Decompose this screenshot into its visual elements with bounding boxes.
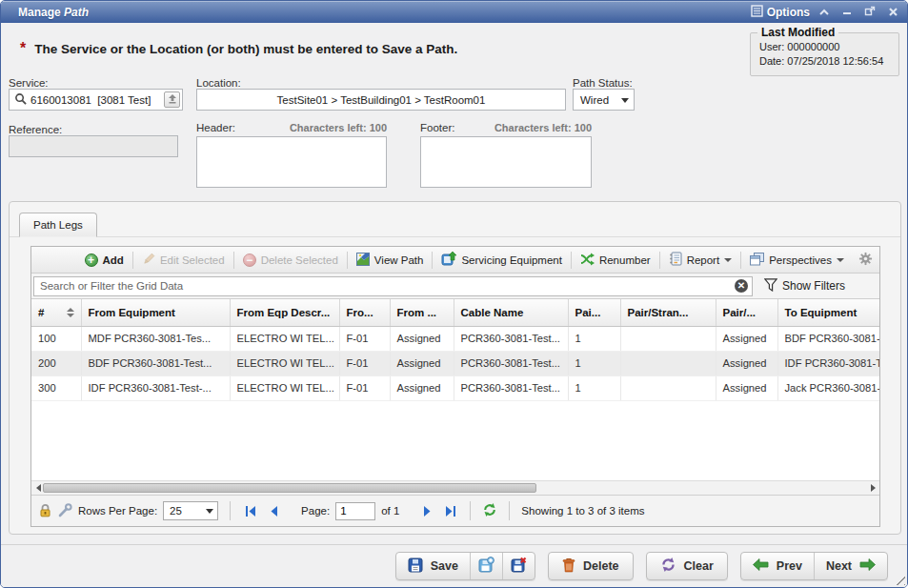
cell: 1 [568, 351, 620, 375]
tab-path-legs[interactable]: Path Legs [19, 213, 97, 237]
footer-textarea[interactable] [420, 136, 592, 188]
cell: 1 [568, 326, 620, 351]
cell: BDF PCR360-3081-Test... [81, 351, 230, 375]
column-header-7[interactable]: Pair/Stran... [620, 299, 716, 326]
cell: Assigned [390, 326, 454, 351]
cell: PCR360-3081-Test... [454, 326, 568, 351]
grid-search-row: ✕ Show Filters [31, 274, 879, 299]
report-button[interactable]: Report [662, 250, 739, 271]
column-header-4[interactable]: From ... [390, 299, 454, 326]
column-header-5[interactable]: Cable Name [454, 299, 568, 326]
chevron-up-icon [818, 4, 830, 21]
delete-button[interactable]: Delete [548, 552, 634, 580]
report-book-icon [669, 252, 682, 268]
chevron-down-icon [724, 258, 732, 266]
required-asterisk: * [20, 42, 26, 55]
cell [620, 375, 716, 400]
scrollbar-thumb[interactable] [43, 483, 536, 493]
horizontal-scrollbar[interactable] [31, 480, 879, 495]
footer-label-row: Footer: Characters left: 100 [420, 122, 592, 133]
footer-button-bar: Save Delete Clear Prev Next [1, 544, 907, 587]
column-header-8[interactable]: Pair/... [716, 299, 777, 326]
clear-search-icon[interactable]: ✕ [735, 279, 748, 293]
column-header-0[interactable]: # [31, 299, 81, 326]
close-button[interactable] [884, 5, 901, 20]
column-header-6[interactable]: Pai... [568, 299, 620, 326]
popout-icon [864, 4, 876, 21]
triangle-right-icon [871, 484, 876, 492]
triangle-left-icon [36, 484, 41, 492]
path-status-select[interactable]: Wired [573, 89, 635, 111]
renumber-button[interactable]: Renumber [574, 250, 657, 271]
path-legs-table: #From EquipmentFrom Eqp Descr...Fro...Fr… [31, 299, 879, 401]
cell [620, 351, 716, 375]
cell: F-01 [339, 351, 390, 375]
pencil-icon [142, 253, 155, 268]
header-chars-left: Characters left: 100 [290, 122, 387, 133]
reference-label: Reference: [9, 124, 62, 135]
servicing-equipment-button[interactable]: Servicing Equipment [434, 250, 568, 271]
column-header-1[interactable]: From Equipment [81, 299, 230, 326]
cell: IDF PCR360-3081-Te [777, 351, 879, 375]
column-header-2[interactable]: From Eqp Descr... [230, 299, 339, 326]
delete-selected-button: − Delete Selected [236, 250, 345, 271]
rows-per-page-select[interactable]: 25 [163, 501, 218, 520]
table-row[interactable]: 100MDF PCR360-3081-Tes...ELECTRO WI TEL.… [31, 326, 879, 351]
show-filters-button[interactable]: Show Filters [764, 278, 845, 294]
column-header-3[interactable]: Fro... [339, 299, 390, 326]
add-button[interactable]: + Add [78, 250, 131, 271]
collapse-button[interactable] [816, 5, 833, 20]
grid-table-area: #From EquipmentFrom Eqp Descr...Fro...Fr… [31, 299, 879, 480]
toolbar-separator [233, 252, 234, 269]
wrench-icon[interactable] [58, 503, 72, 519]
rows-per-page-value: 25 [170, 505, 182, 517]
minimize-button[interactable] [838, 5, 856, 20]
save-and-new-button[interactable] [470, 553, 502, 579]
toolbar-separator [571, 252, 572, 269]
location-field[interactable]: TestSite01 > TestBuilding01 > TestRoom01 [196, 89, 566, 111]
rows-per-page-label: Rows Per Page: [78, 505, 157, 517]
save-and-close-button[interactable] [502, 553, 535, 579]
page-of-label: of 1 [381, 505, 399, 517]
prev-button[interactable]: Prev [741, 553, 814, 579]
cell: BDF PCR360-3081-T [777, 326, 879, 351]
popout-button[interactable] [861, 5, 878, 20]
cell: IDF PCR360-3081-Test-... [81, 375, 230, 400]
grid-settings-button[interactable] [858, 252, 873, 268]
scroll-right-arrow[interactable] [866, 481, 879, 495]
prev-page-button[interactable] [265, 502, 282, 519]
reference-field[interactable] [9, 135, 178, 157]
next-page-button[interactable] [418, 502, 435, 519]
funnel-icon [764, 278, 777, 294]
perspectives-button[interactable]: Perspectives [743, 250, 851, 271]
last-page-button[interactable] [441, 502, 458, 519]
table-row[interactable]: 300IDF PCR360-3081-Test-...ELECTRO WI TE… [31, 375, 879, 400]
path-legs-panel: Path Legs + Add Edit Selected − Delete S… [9, 201, 901, 535]
lock-icon[interactable] [38, 503, 52, 519]
search-input[interactable] [38, 279, 735, 293]
save-disk-icon [408, 558, 423, 576]
grid-search-box[interactable]: ✕ [33, 276, 753, 296]
last-modified-box: Last Modified User: 000000000 Date: 07/2… [750, 26, 899, 76]
titlebar: Manage Path Options [1, 1, 907, 23]
table-row[interactable]: 200BDF PCR360-3081-Test...ELECTRO WI TEL… [31, 351, 879, 375]
edit-selected-button: Edit Selected [135, 250, 232, 271]
cell: Assigned [716, 326, 777, 351]
page-input[interactable] [335, 502, 375, 520]
sort-arrows-icon[interactable] [67, 308, 74, 317]
save-button[interactable]: Save [396, 553, 470, 579]
refresh-icon[interactable] [482, 502, 497, 519]
service-detail-button[interactable] [164, 91, 180, 108]
window-title-entity: Path [64, 6, 89, 19]
view-path-button[interactable]: View Path [350, 250, 431, 271]
cell: MDF PCR360-3081-Tes... [81, 326, 230, 351]
clear-button[interactable]: Clear [646, 552, 728, 580]
column-header-9[interactable]: To Equipment [777, 299, 879, 326]
options-button[interactable]: Options [751, 4, 810, 21]
header-textarea[interactable] [196, 136, 387, 188]
next-button[interactable]: Next [814, 553, 887, 579]
cell: F-01 [339, 375, 390, 400]
save-button-group: Save [395, 552, 535, 580]
first-page-button[interactable] [242, 502, 259, 519]
service-field[interactable]: 6160013081 [3081 Test] [9, 89, 183, 111]
